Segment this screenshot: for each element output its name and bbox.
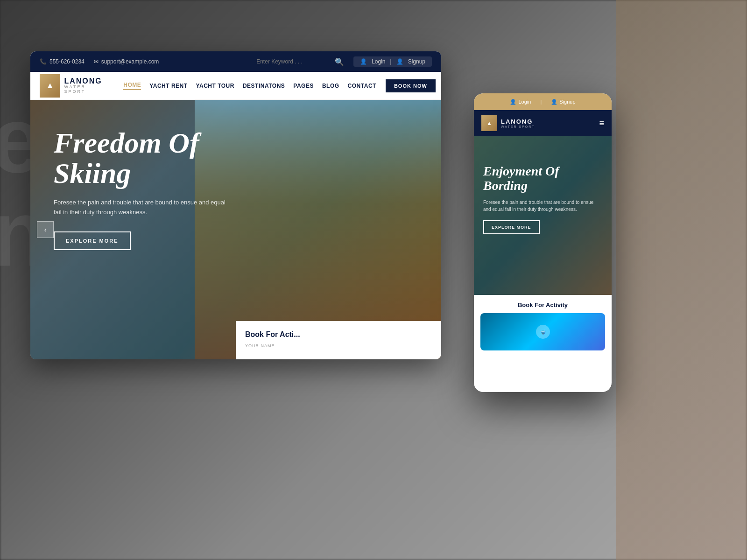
user-icon: 👤 [360,58,367,65]
phone-number: 555-626-0234 [49,58,85,65]
hero-description: Foresee the pain and trouble that are bo… [54,198,231,217]
nav-links: HOME YACHT RENT YACHT TOUR DESTINATONS P… [123,82,376,90]
signup-label[interactable]: Signup [408,58,425,65]
mobile-hero-title: Enjoyment Of Bording [483,164,602,193]
book-title: Book For Acti... [245,330,432,339]
mobile-signup-label: Signup [559,99,575,105]
mobile-login[interactable]: 👤 Login [510,99,531,105]
underwater-icon: 🤿 [529,322,557,341]
mobile-book-title: Book For Activity [480,301,605,308]
background-photo-right [616,0,747,560]
mobile-book-section: Book For Activity 🤿 [474,295,612,357]
mobile-login-icon: 👤 [510,99,516,105]
book-section: Book For Acti... YOUR NAME [236,321,441,359]
hero-prev-arrow[interactable]: ‹ [37,221,54,238]
mobile-logo-text: LANONG WATER SPORT [501,118,535,128]
nav-pages[interactable]: PAGES [293,83,314,89]
mobile-underwater-image: 🤿 [480,313,605,350]
book-now-button[interactable]: BOOK NOW [386,79,436,92]
logo-name: LANONG [64,77,105,85]
mobile-hero-description: Foresee the pain and trouble that are bo… [483,199,602,213]
search-input[interactable] [256,58,331,65]
logo: LANONG WATER SPORT [40,74,105,98]
mobile-explore-button[interactable]: EXPLORE MORE [483,220,540,234]
hero-section: Freedom Of Skiing Foresee the pain and t… [30,100,441,359]
mobile-signup-icon: 👤 [551,99,557,105]
mobile-hero: Enjoyment Of Bording Foresee the pain an… [474,136,612,295]
mobile-signup[interactable]: 👤 Signup [551,99,575,105]
logo-sub: WATER SPORT [64,85,105,94]
desktop-mockup: 📞 555-626-0234 ✉ support@example.com 🔍 👤… [30,51,441,359]
login-label[interactable]: Login [372,58,385,65]
topbar-auth: 👤 Login | 👤 Signup [353,56,432,67]
signup-icon: 👤 [396,58,403,65]
nav-home[interactable]: HOME [123,82,141,90]
nav-yacht-tour[interactable]: YACHT TOUR [196,83,234,89]
email-icon: ✉ [94,58,99,65]
mobile-logo-sub: WATER SPORT [501,125,535,128]
hero-title: Freedom Of Skiing [54,128,264,189]
mobile-auth-divider: | [540,99,542,105]
mobile-logo: ▲ LANONG WATER SPORT [481,115,535,131]
auth-divider: | [390,58,392,65]
topbar-search[interactable]: 🔍 [256,57,344,66]
mobile-logo-name: LANONG [501,118,535,125]
mobile-mockup: 👤 Login | 👤 Signup ▲ LANONG WATER SPORT … [474,93,612,392]
svg-text:🤿: 🤿 [540,329,546,335]
desktop-navbar: LANONG WATER SPORT HOME YACHT RENT YACHT… [30,72,441,100]
nav-blog[interactable]: BLOG [322,83,339,89]
mobile-logo-icon: ▲ [481,115,497,131]
explore-more-button[interactable]: EXPLORE MORE [54,231,131,250]
mobile-menu-icon[interactable]: ≡ [599,119,604,128]
mobile-hero-content: Enjoyment Of Bording Foresee the pain an… [474,136,612,244]
desktop-topbar: 📞 555-626-0234 ✉ support@example.com 🔍 👤… [30,51,441,72]
nav-yacht-rent[interactable]: YACHT RENT [149,83,187,89]
logo-icon [40,74,60,98]
nav-destinations[interactable]: DESTINATONS [243,83,285,89]
mobile-auth-bar: 👤 Login | 👤 Signup [474,93,612,110]
topbar-email: ✉ support@example.com [94,58,159,65]
mobile-login-label: Login [518,99,531,105]
email-address: support@example.com [101,58,159,65]
nav-contact[interactable]: CONTACT [348,83,376,89]
mobile-navbar: ▲ LANONG WATER SPORT ≡ [474,110,612,136]
phone-icon: 📞 [40,58,47,65]
logo-text: LANONG WATER SPORT [64,77,105,94]
topbar-phone: 📞 555-626-0234 [40,58,85,65]
your-name-label: YOUR NAME [245,343,432,348]
search-icon: 🔍 [335,57,344,66]
hero-content: Freedom Of Skiing Foresee the pain and t… [30,100,287,278]
